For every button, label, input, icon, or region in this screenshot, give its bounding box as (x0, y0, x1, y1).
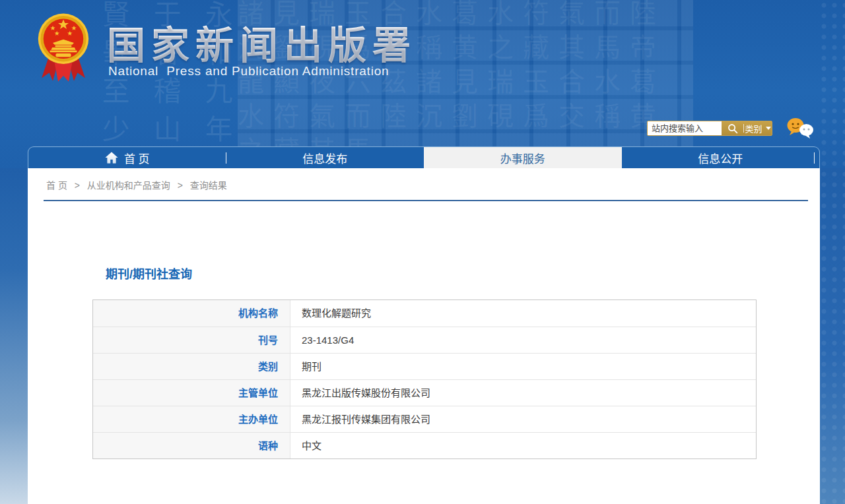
right-dots-texture (819, 0, 845, 504)
content-area: 首 页 > 从业机构和产品查询 > 查询结果 期刊/期刊社查询 机构名称 数理化… (28, 168, 820, 504)
journal-info-table: 机构名称 数理化解题研究 刊号 23-1413/G4 类别 期刊 主管单位 黑龙… (92, 299, 757, 459)
search-button[interactable] (722, 121, 743, 135)
breadcrumb-separator: > (75, 180, 80, 191)
table-row: 语种 中文 (93, 432, 756, 458)
table-row: 主办单位 黑龙江报刊传媒集团有限公司 (93, 406, 756, 432)
nav-divider (814, 152, 815, 164)
magnifier-icon (727, 123, 738, 134)
search-input[interactable] (648, 121, 722, 135)
breadcrumb-rule (44, 200, 808, 201)
page-title: 期刊/期刊社查询 (106, 265, 192, 282)
table-row: 主管单位 黑龙江出版传媒股份有限公司 (93, 379, 756, 406)
row-value: 黑龙江报刊传媒集团有限公司 (290, 406, 756, 432)
row-value: 23-1413/G4 (290, 327, 756, 353)
site-search-bar: 类别 (647, 121, 772, 136)
row-value: 期刊 (290, 354, 756, 379)
category-label: 类别 (745, 122, 762, 135)
row-label: 主管单位 (93, 380, 290, 406)
page: 永和九年歲在癸丑暮春之初會于會稽山陰之蘭亭修禊事也群賢畢至少長咸集 諸見瑞玉合水… (0, 0, 845, 504)
national-emblem-logo (37, 12, 90, 84)
nav-tab-label: 信息公开 (698, 150, 743, 166)
breadcrumb-home[interactable]: 首 页 (46, 180, 67, 191)
nav-tab-label: 首 页 (124, 150, 150, 166)
nav-tab-label: 信息发布 (302, 150, 347, 166)
table-row: 类别 期刊 (93, 353, 756, 379)
site-subtitle-en: National Press and Publication Administr… (108, 64, 389, 79)
row-value: 数理化解题研究 (290, 300, 756, 327)
row-value: 中文 (290, 433, 756, 458)
nav-tab-disclosure[interactable]: 信息公开 (622, 147, 820, 168)
chevron-down-icon (766, 127, 771, 130)
breadcrumb-result: 查询结果 (190, 180, 227, 191)
search-category-dropdown[interactable]: 类别 (744, 121, 772, 135)
nav-tab-label: 办事服务 (500, 150, 545, 166)
breadcrumb-separator: > (178, 180, 183, 191)
main-navigation: 首 页 信息发布 办事服务 信息公开 (28, 146, 820, 168)
table-row: 刊号 23-1413/G4 (93, 327, 756, 353)
nav-tab-news[interactable]: 信息发布 (226, 147, 424, 168)
row-label: 机构名称 (93, 300, 290, 327)
nav-tab-home[interactable]: 首 页 (28, 147, 226, 168)
nav-tab-services[interactable]: 办事服务 (424, 147, 622, 168)
wechat-icon[interactable] (786, 117, 815, 142)
site-title: 国家新闻出版署 (107, 15, 417, 70)
row-label: 语种 (93, 433, 290, 458)
row-label: 刊号 (93, 327, 290, 353)
row-label: 类别 (93, 354, 290, 379)
left-margin-strip (0, 168, 28, 504)
table-row: 机构名称 数理化解题研究 (93, 300, 756, 327)
breadcrumb-query[interactable]: 从业机构和产品查询 (87, 180, 170, 191)
row-value: 黑龙江出版传媒股份有限公司 (290, 380, 756, 406)
row-label: 主办单位 (93, 406, 290, 432)
breadcrumb: 首 页 > 从业机构和产品查询 > 查询结果 (28, 168, 820, 200)
home-icon (105, 152, 118, 164)
